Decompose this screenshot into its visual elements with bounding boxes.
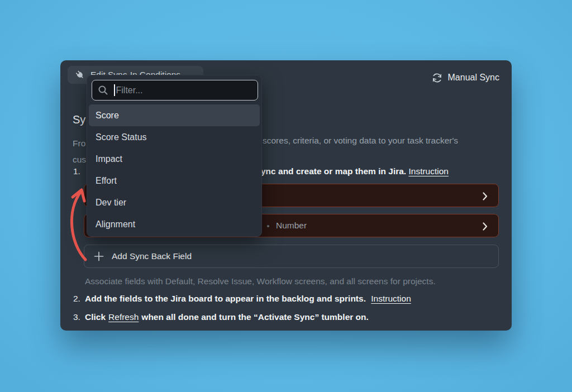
screens-helper-text: Associate fields with Default, Resolve I…: [85, 276, 436, 286]
step-3-number: 3.: [73, 312, 80, 322]
dropdown-option-score-status[interactable]: Score Status: [87, 126, 261, 148]
step-2: 2. Add the fields to the Jira board to a…: [73, 294, 411, 304]
chevron-right-icon: [483, 222, 488, 231]
dropdown-option-impact[interactable]: Impact: [87, 148, 261, 170]
manual-sync-button[interactable]: Manual Sync: [431, 70, 500, 85]
step-1-number: 1.: [73, 166, 80, 176]
dropdown-option-dev-tier[interactable]: Dev tier: [87, 192, 261, 213]
dropdown-option-effort[interactable]: Effort: [87, 170, 261, 192]
desktop-background: { "colors": { "page_background": "#5CB8E…: [0, 0, 572, 392]
step-2-number: 2.: [73, 294, 80, 304]
field-type-label: Number: [276, 221, 307, 231]
refresh-link[interactable]: Refresh: [108, 312, 139, 322]
sync-back-modal: Edit Sync-In Conditions Manual Sync Sy F…: [60, 60, 512, 331]
plus-icon: [94, 251, 104, 261]
field-type-separator-dot: [267, 225, 269, 227]
dropdown-filter-field[interactable]: [92, 80, 258, 101]
step-3: 3. ClickRefreshwhen all done and turn th…: [73, 312, 369, 322]
search-icon: [98, 85, 108, 95]
dropdown-options-list: Score Score Status Impact Effort Dev tie…: [87, 104, 261, 235]
section-description-left-fragment: Fro cus: [73, 135, 86, 168]
dropdown-option-score[interactable]: Score: [89, 104, 260, 126]
step-2-instruction-link[interactable]: Instruction: [371, 294, 411, 303]
filter-input[interactable]: [116, 85, 239, 95]
section-description-right-fragment: scores, criteria, or voting data to your…: [263, 136, 458, 146]
manual-sync-label: Manual Sync: [448, 73, 500, 83]
chevron-right-icon: [483, 192, 488, 200]
plug-icon: [74, 69, 85, 80]
field-select-dropdown: Score Score Status Impact Effort Dev tie…: [87, 75, 262, 237]
step-1-instruction-link[interactable]: Instruction: [408, 166, 449, 176]
step-1-text-fragment: ync and create or map them in Jira. Inst…: [261, 166, 449, 176]
sync-refresh-icon: [431, 72, 443, 84]
add-sync-back-field-label: Add Sync Back Field: [112, 251, 192, 261]
add-sync-back-field-button[interactable]: Add Sync Back Field: [84, 245, 499, 268]
text-cursor: [114, 84, 115, 96]
dropdown-option-alignment[interactable]: Alignment: [87, 213, 261, 235]
section-title-fragment: Sy: [73, 113, 85, 126]
